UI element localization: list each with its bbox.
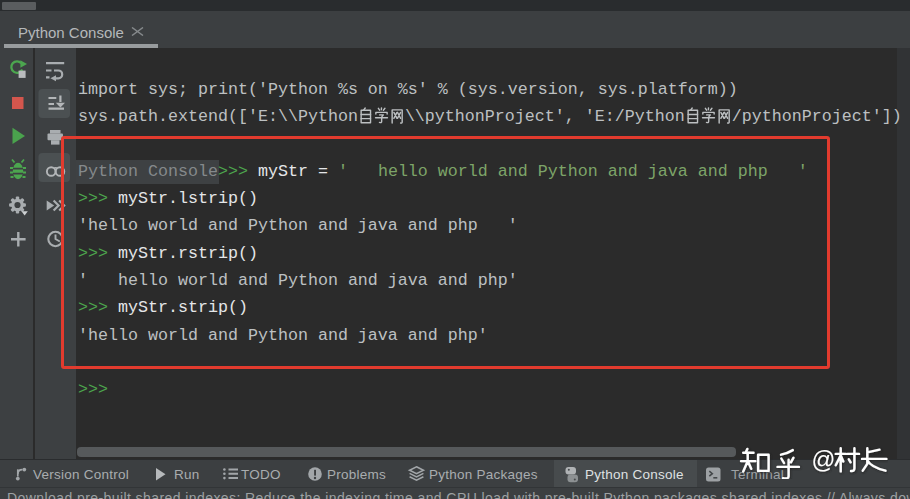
- svg-text:@: @: [812, 447, 836, 473]
